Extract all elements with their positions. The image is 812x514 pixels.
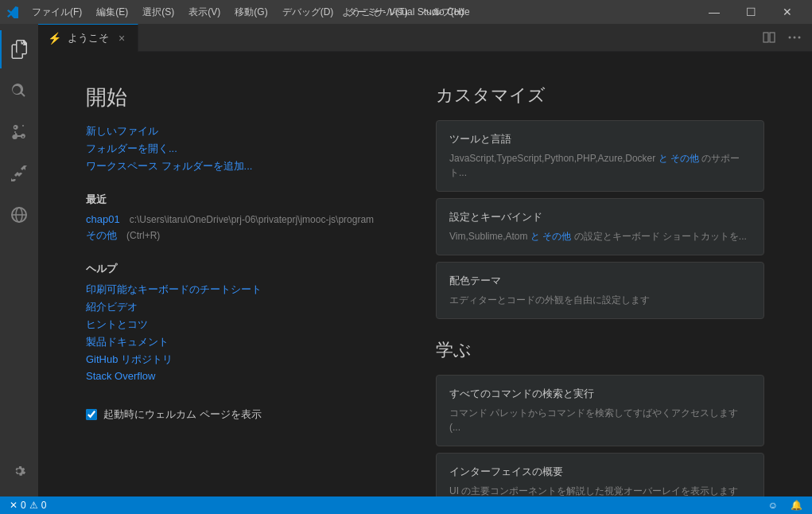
recent-title: 最近 (86, 193, 388, 207)
menu-file[interactable]: ファイル(F) (25, 2, 88, 22)
card-settings-title: 設定とキーバインド (449, 210, 751, 224)
settings-icon (10, 462, 28, 480)
source-control-icon (10, 123, 29, 142)
tab-icon: ⚡ (48, 32, 61, 45)
svg-point-6 (794, 37, 796, 39)
recent-chap01-path: c:\Users\itaru\OneDrive\prj-06\privatepr… (130, 214, 374, 225)
recent-other-shortcut: (Ctrl+R) (126, 230, 160, 241)
remote-icon (10, 205, 29, 224)
card-tools-title: ツールと言語 (449, 132, 751, 146)
tab-bar: ⚡ ようこそ × (38, 24, 812, 52)
card-tools-desc-prefix: JavaScript,TypeScript,Python,PHP,Azure,D… (449, 153, 655, 164)
activity-settings[interactable] (0, 452, 38, 490)
recent-item-chap01: chap01 c:\Users\itaru\OneDrive\prj-06\pr… (86, 213, 388, 225)
right-column: カスタマイズ ツールと言語 JavaScript,TypeScript,Pyth… (436, 84, 764, 465)
menu-go[interactable]: 移動(G) (228, 2, 274, 22)
open-folder-link[interactable]: フォルダーを開く... (86, 142, 388, 156)
card-color-desc: エディターとコードの外観を自由に設定します (449, 293, 751, 307)
help-title: ヘルプ (86, 262, 388, 276)
card-settings-desc-prefix: Vim,Sublime,Atom (449, 231, 527, 242)
error-icon: ✕ (10, 500, 17, 511)
vscode-logo (6, 6, 19, 18)
main-container: ⚡ ようこそ × (0, 24, 812, 496)
help-keyboard-link[interactable]: 印刷可能なキーボードのチートシート (86, 282, 388, 297)
tab-label: ようこそ (68, 31, 109, 45)
content-area: ⚡ ようこそ × (38, 24, 812, 496)
activity-extensions[interactable] (0, 154, 38, 193)
svg-point-5 (789, 37, 791, 39)
start-title: 開始 (86, 84, 388, 111)
svg-rect-4 (770, 33, 775, 42)
card-color-theme[interactable]: 配色テーマ エディターとコードの外観を自由に設定します (436, 262, 764, 319)
help-tips-link[interactable]: ヒントとコツ (86, 317, 388, 332)
search-icon (10, 81, 29, 100)
recent-other-link[interactable]: その他 (86, 228, 117, 243)
card-commands-desc: コマンド パレットからコマンドを検索してすばやくアクセスします (... (449, 406, 751, 434)
recent-item-other: その他 (Ctrl+R) (86, 228, 388, 243)
help-docs-link[interactable]: 製品ドキュメント (86, 335, 388, 349)
startup-checkbox[interactable] (86, 409, 97, 420)
bell-icon: 🔔 (791, 500, 802, 511)
activity-scm[interactable] (0, 113, 38, 151)
card-settings-keybindings[interactable]: 設定とキーバインド Vim,Sublime,Atom と その他 の設定とキーボ… (436, 198, 764, 255)
menu-view[interactable]: 表示(V) (182, 2, 227, 22)
status-bar: ✕ 0 ⚠ 0 ☺ 🔔 (0, 496, 812, 514)
left-column: 開始 新しいファイル フォルダーを開く... ワークスペース フォルダーを追加.… (86, 84, 388, 465)
card-color-title: 配色テーマ (449, 274, 751, 288)
titlebar-controls: — ☐ ✕ (696, 0, 806, 24)
activity-remote[interactable] (0, 196, 38, 234)
activity-bar (0, 24, 38, 496)
startup-checkbox-label: 起動時にウェルカム ページを表示 (103, 407, 262, 422)
error-count: 0 (21, 500, 26, 511)
smiley-icon: ☺ (768, 500, 778, 511)
card-settings-desc-link: と その他 (527, 231, 573, 242)
welcome-page: 開始 新しいファイル フォルダーを開く... ワークスペース フォルダーを追加.… (38, 52, 812, 496)
svg-rect-3 (763, 33, 768, 42)
status-feedback[interactable]: ☺ (765, 500, 781, 511)
card-tools-desc: JavaScript,TypeScript,Python,PHP,Azure,D… (449, 151, 751, 180)
card-interface-title: インターフェイスの概要 (449, 465, 751, 479)
card-tools-desc-link: と その他 (655, 153, 701, 164)
menu-debug[interactable]: デバッグ(D) (276, 2, 340, 22)
card-commands-title: すべてのコマンドの検索と実行 (449, 387, 751, 401)
extensions-icon (10, 164, 29, 183)
split-editor-button[interactable] (758, 26, 780, 49)
learn-title: 学ぶ (436, 338, 764, 362)
warning-count: 0 (41, 500, 47, 511)
card-tools-languages[interactable]: ツールと言語 JavaScript,TypeScript,Python,PHP,… (436, 120, 764, 192)
warning-icon: ⚠ (29, 500, 38, 511)
explorer-icon (10, 40, 29, 59)
menu-select[interactable]: 選択(S) (136, 2, 181, 22)
card-interface[interactable]: インターフェイスの概要 UI の主要コンポーネントを解説した視覚オーバーレイを表… (436, 453, 764, 496)
help-stackoverflow-link[interactable]: Stack Overflow (86, 370, 388, 382)
welcome-tab[interactable]: ⚡ ようこそ × (38, 24, 138, 52)
card-settings-desc-suffix: の設定とキーボード ショートカットを... (574, 231, 747, 242)
maximize-button[interactable]: ☐ (732, 0, 769, 24)
activity-search[interactable] (0, 72, 38, 110)
status-notifications[interactable]: 🔔 (787, 500, 806, 511)
menu-edit[interactable]: 編集(E) (90, 2, 134, 22)
recent-chap01-link[interactable]: chap01 (86, 213, 120, 225)
add-workspace-link[interactable]: ワークスペース フォルダーを追加... (86, 159, 388, 173)
more-actions-button[interactable] (783, 26, 806, 49)
minimize-button[interactable]: — (696, 0, 732, 24)
tab-actions (758, 26, 812, 49)
status-errors[interactable]: ✕ 0 ⚠ 0 (6, 500, 49, 511)
close-button[interactable]: ✕ (769, 0, 806, 24)
new-file-link[interactable]: 新しいファイル (86, 124, 388, 138)
card-settings-desc: Vim,Sublime,Atom と その他 の設定とキーボード ショートカット… (449, 229, 751, 243)
status-left: ✕ 0 ⚠ 0 (6, 500, 49, 511)
activity-explorer[interactable] (0, 30, 38, 68)
help-github-link[interactable]: GitHub リポジトリ (86, 352, 388, 367)
svg-point-7 (798, 37, 801, 39)
titlebar-title: ようこそ - Visual Studio Code (342, 6, 470, 19)
help-video-link[interactable]: 紹介ビデオ (86, 300, 388, 314)
customize-title: カスタマイズ (436, 84, 764, 107)
split-editor-icon (763, 31, 775, 44)
card-commands[interactable]: すべてのコマンドの検索と実行 コマンド パレットからコマンドを検索してすばやくア… (436, 375, 764, 446)
tab-close-button[interactable]: × (115, 32, 128, 45)
more-actions-icon (788, 31, 801, 44)
status-right: ☺ 🔔 (765, 500, 806, 511)
titlebar: ファイル(F) 編集(E) 選択(S) 表示(V) 移動(G) デバッグ(D) … (0, 0, 812, 24)
card-interface-desc: UI の主要コンポーネントを解説した視覚オーバーレイを表示します (449, 484, 751, 496)
